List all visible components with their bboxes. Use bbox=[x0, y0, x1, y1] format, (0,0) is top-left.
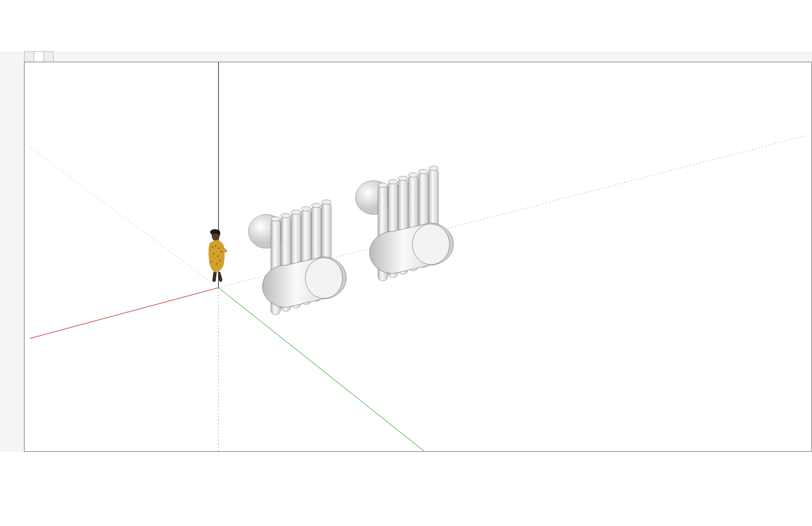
side-toolbar bbox=[0, 51, 27, 452]
svg-point-22 bbox=[321, 200, 331, 204]
svg-point-1 bbox=[212, 247, 213, 248]
svg-point-7 bbox=[211, 261, 212, 262]
svg-point-12 bbox=[271, 216, 280, 221]
tab-perspective[interactable] bbox=[34, 51, 44, 62]
tab-plan2d[interactable] bbox=[24, 51, 34, 62]
svg-point-16 bbox=[291, 210, 301, 215]
svg-point-18 bbox=[302, 207, 311, 211]
x-axis-neg bbox=[30, 288, 219, 339]
svg-point-26 bbox=[378, 183, 388, 187]
viewport[interactable] bbox=[24, 62, 812, 452]
viewport-scene bbox=[25, 62, 811, 451]
svg-point-8 bbox=[216, 263, 218, 264]
svg-point-36 bbox=[429, 166, 439, 171]
viewport-container bbox=[24, 51, 812, 452]
cylinder-group-1[interactable] bbox=[248, 200, 347, 315]
reference-figure[interactable] bbox=[208, 229, 227, 282]
cylinder-group-2[interactable] bbox=[355, 166, 453, 281]
y-axis-neg bbox=[30, 147, 219, 288]
svg-point-37 bbox=[412, 224, 449, 264]
svg-point-4 bbox=[213, 254, 214, 255]
svg-point-32 bbox=[408, 172, 418, 177]
svg-point-20 bbox=[311, 203, 321, 208]
svg-point-2 bbox=[215, 246, 216, 247]
svg-point-14 bbox=[281, 214, 291, 218]
svg-point-28 bbox=[388, 179, 398, 184]
svg-point-9 bbox=[220, 260, 221, 261]
svg-point-23 bbox=[305, 258, 343, 298]
viewport-tabs bbox=[24, 51, 812, 62]
tab-pers-iso[interactable] bbox=[43, 51, 54, 62]
y-axis-pos bbox=[219, 288, 424, 451]
svg-point-5 bbox=[218, 256, 219, 257]
svg-point-6 bbox=[221, 251, 222, 252]
svg-point-3 bbox=[219, 248, 220, 249]
svg-point-30 bbox=[398, 176, 408, 180]
svg-point-34 bbox=[419, 170, 428, 174]
